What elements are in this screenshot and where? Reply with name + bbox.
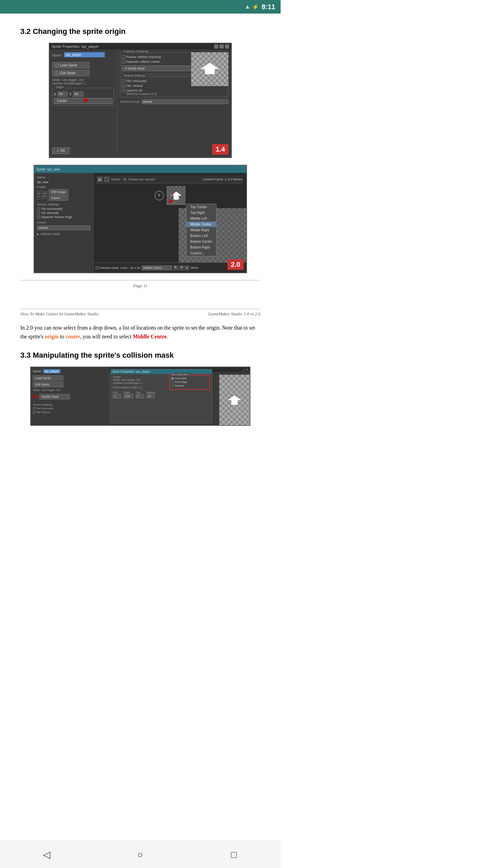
page-divider (20, 280, 260, 280)
ss2-image-label: Image: (37, 185, 90, 189)
ss1-tileH-checkbox[interactable] (122, 79, 125, 83)
ss3-mask-titlebar: Mask Properties: spr_player (111, 369, 212, 374)
ss2-edit-btn[interactable]: Edit Image (49, 189, 68, 195)
ss2-top-bar: ▶ ⬛ Speed: 15 Frames per second Current … (96, 176, 244, 183)
ss3-left-val[interactable]: 1 (113, 394, 121, 398)
ss1-used3d-row: Used for 3D (122, 89, 227, 92)
ss1-preview (191, 52, 228, 86)
ss1-tileV-checkbox[interactable] (122, 84, 125, 87)
ss2-body: Name: spr_new Image: W: 128 H: 128 Edit … (34, 173, 246, 273)
ss2-zoom-in-icon[interactable]: 🔍 (174, 265, 178, 270)
highlight-origin: origin (45, 334, 59, 339)
ss2-frames-label: Frames per second (128, 178, 155, 181)
ss1-close[interactable]: × (225, 44, 229, 48)
ss1-origin-label: Origin (55, 85, 65, 89)
ss2-speed-value: 15 (123, 178, 126, 181)
ss3-name-field: spr_player (43, 369, 60, 373)
ss3-auto-radio[interactable] (171, 377, 174, 380)
ss3-edit-btn[interactable]: Edit Sprite (33, 382, 63, 387)
ss2-size-group: W: 128 H: 128 Edit Image Import (37, 189, 90, 201)
highlight-centre: centre (66, 334, 80, 339)
ss3-full-row: Full image (171, 380, 208, 383)
ss1-body: Name: spr_player Load Sprite Edit Sprite (49, 50, 231, 156)
ss3-tileV-check[interactable] (33, 411, 36, 414)
ss2-zoom-fit-icon[interactable]: ⊞ (184, 265, 189, 270)
ss1-collision-label: Collision Checking (122, 50, 149, 53)
ss2-center-area: + ↓ Top Centre Top Right (96, 183, 244, 208)
ss1-y-field[interactable]: 64 (73, 92, 83, 97)
ss2-add-btn[interactable]: + (155, 191, 164, 200)
footer-right: GameMaker Studio 1.4 vs 2.0 (208, 311, 260, 317)
ss1-used3d-checkbox[interactable] (122, 89, 125, 92)
ss2-preview-mask-check[interactable] (96, 266, 99, 269)
ss3-texture-section: Texture Settings: Tile Horizontal Tile V… (33, 403, 106, 414)
time-display: 8:11 (262, 3, 275, 11)
ss2-origin-dropdown[interactable]: Top Centre Top Right Middle Left Middle … (186, 204, 217, 256)
ss3-modify-btn[interactable]: Modify Mask (39, 394, 70, 399)
ss2-drop-middle-right[interactable]: Middle Right (186, 227, 216, 233)
ss2-left-panel: Name: spr_new Image: W: 128 H: 128 Edit … (34, 173, 94, 273)
ss1-maximize[interactable]: □ (220, 44, 224, 48)
ss2-zoom-out-icon[interactable]: 🔎 (179, 265, 184, 270)
ss1-controls: _ □ × (214, 44, 229, 48)
ss3-top-val[interactable]: 0 (136, 394, 144, 398)
ss1-name-field: spr_player (64, 52, 105, 57)
ss2-drop-middle-left[interactable]: Middle Left (186, 216, 216, 221)
ss1-load-sprite-btn[interactable]: Load Sprite (52, 62, 89, 68)
ss2-tileV-row: Tile Vertically (37, 211, 90, 215)
status-icons: ▲ ⚡ (245, 4, 259, 10)
ss3-right-val[interactable]: 109 (124, 394, 133, 398)
ss3-load-btn[interactable]: Load Sprite (33, 375, 63, 381)
ss2-separate-check[interactable] (37, 216, 40, 219)
ss3-show-collision-check[interactable] (139, 386, 142, 389)
ss2-group-select[interactable]: Default (37, 225, 90, 230)
ss3-manual-radio[interactable] (171, 384, 174, 387)
section-2-heading: 3.3 Manipulating the sprite's collision … (20, 351, 260, 360)
ss2-stop-btn[interactable]: ⬛ (104, 177, 109, 182)
ss2-origin-select[interactable]: Middle Centre (142, 265, 172, 270)
ss1-edit-sprite-btn[interactable]: Edit Sprite (52, 70, 89, 76)
ss2-texture-section: Texture Settings: Tile Horizontally Tile… (37, 203, 90, 219)
ss1-ok-btn[interactable]: ✓ OK (52, 147, 69, 154)
ss1-separate-checkbox[interactable] (122, 60, 125, 63)
ss2-drop-custom[interactable]: Custom... (186, 250, 216, 256)
ss2-drop-middle-centre[interactable]: Middle Centre (186, 221, 216, 227)
ss1-x-field[interactable]: 64 (58, 92, 68, 97)
footer-left: How To Make Games In GameMaker Studio (20, 311, 99, 317)
ss1-x-label: X (54, 92, 56, 96)
ss2-tileH-row: Tile Horizontally (37, 207, 90, 211)
ss3-full-radio[interactable] (171, 381, 174, 383)
ss2-import-btn[interactable]: Import (49, 195, 68, 201)
ss2-zoom-value: 290% (190, 266, 198, 270)
ss3-controls: _ □ × (241, 368, 248, 371)
ss1-dims: Width: 128 Height: 128 Number of subimag… (52, 78, 114, 85)
ss2-tileV-check[interactable] (37, 212, 40, 215)
ss1-minimize[interactable]: _ (214, 44, 218, 48)
ss1-tg-select[interactable]: default (142, 99, 228, 104)
ss3-tileH-check[interactable] (33, 407, 36, 410)
ss2-drop-bottom-centre[interactable]: Bottom Centre (186, 239, 216, 244)
highlight-middle-centre: Middle Centre (133, 334, 167, 339)
ss3-lrtb: Left 1 Right 109 Top 0 Bottom 61 (113, 391, 210, 398)
ss2-drop-bottom-left[interactable]: Bottom Left (186, 233, 216, 239)
ss3-arrow: ➤ (33, 393, 38, 400)
ss3-mask-props: Mask Properties: spr_player Image: Width… (110, 369, 212, 423)
ss1-load-icon (55, 64, 59, 67)
ss2-origin-value: 64 x 64 (130, 266, 141, 270)
ss1-titlebar: Sprite Properties: spr_player _ □ × (49, 43, 231, 50)
ss2-name-value: spr_new (37, 180, 90, 184)
page-content: 3.2 Changing the sprite origin Sprite Pr… (0, 14, 281, 446)
ss2-play-btn[interactable]: ▶ (98, 177, 102, 182)
ss1-left-panel: Name: spr_player Load Sprite Edit Sprite (49, 50, 117, 156)
ss2-drop-top-centre[interactable]: Top Centre (186, 204, 216, 210)
status-bar: ▲ ⚡ 8:11 (0, 0, 281, 14)
ss2-arrow-right: ➤ (167, 197, 174, 205)
ss2-preview-mask-label: Preview Mask (100, 266, 119, 270)
ss2-drop-top-right[interactable]: Top Right (186, 210, 216, 216)
ss1-precise-checkbox[interactable] (122, 55, 125, 59)
ss2-drop-bottom-right[interactable]: Bottom Right (186, 244, 216, 250)
page-number: Page 11 (20, 283, 260, 289)
ss3-bottom-val[interactable]: 61 (147, 394, 155, 398)
ss2-arrow-down: ↓ (170, 186, 175, 198)
ss2-tileH-check[interactable] (37, 208, 40, 211)
